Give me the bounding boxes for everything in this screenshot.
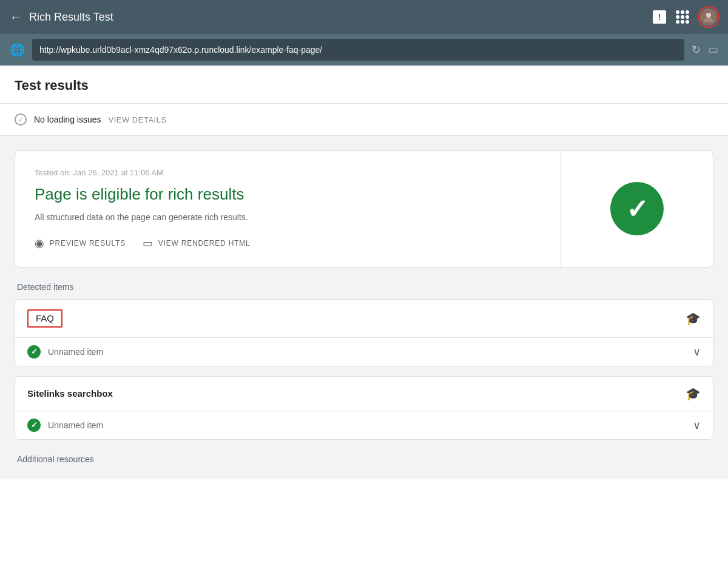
eligible-title: Page is eligible for rich results — [35, 184, 541, 205]
back-icon: ← — [10, 10, 22, 24]
apps-button[interactable] — [676, 10, 689, 24]
header-icons: ! — [653, 7, 718, 27]
faq-learn-more-icon[interactable]: 🎓 — [686, 311, 701, 326]
page-title: Test results — [15, 78, 713, 93]
view-rendered-html-button[interactable]: ▭ VIEW RENDERED HTML — [143, 237, 251, 250]
faq-unnamed-text: Unnamed item — [48, 347, 103, 357]
additional-resources-title: Additional resources — [15, 449, 713, 464]
faq-label-text: FAQ — [36, 313, 54, 323]
mobile-icon: ▭ — [708, 43, 718, 56]
sitelinks-learn-more-icon[interactable]: 🎓 — [686, 386, 701, 401]
status-text: No loading issues — [34, 115, 101, 124]
user-avatar[interactable] — [699, 7, 718, 27]
view-rendered-html-label: VIEW RENDERED HTML — [158, 239, 251, 247]
device-toggle-button[interactable]: ▭ — [708, 43, 718, 56]
tested-on-text: Tested on: Jan 26, 2021 at 11:06 AM — [35, 168, 541, 177]
sitelinks-label-text: Sitelinks searchbox — [27, 388, 113, 399]
reload-button[interactable]: ↻ — [692, 43, 701, 56]
preview-results-label: PREVIEW RESULTS — [50, 239, 126, 247]
result-card: Tested on: Jan 26, 2021 at 11:06 AM Page… — [15, 150, 713, 268]
feedback-icon: ! — [653, 10, 666, 24]
app-title: Rich Results Test — [29, 11, 645, 24]
sitelinks-check-icon: ✓ — [27, 419, 41, 432]
svg-point-0 — [706, 13, 711, 18]
faq-check-icon: ✓ — [27, 345, 41, 359]
faq-detected-card: FAQ 🎓 ✓ Unnamed item ∨ — [15, 299, 713, 366]
sitelinks-detected-card: Sitelinks searchbox 🎓 ✓ Unnamed item ∨ — [15, 376, 713, 440]
view-details-button[interactable]: VIEW DETAILS — [109, 115, 167, 124]
eligible-desc: All structured data on the page can gene… — [35, 212, 541, 222]
content-area: Tested on: Jan 26, 2021 at 11:06 AM Page… — [0, 136, 728, 479]
preview-results-button[interactable]: ◉ PREVIEW RESULTS — [35, 237, 126, 250]
sitelinks-unnamed-text: Unnamed item — [48, 420, 103, 430]
eye-icon: ◉ — [35, 237, 45, 250]
html-icon: ▭ — [143, 237, 153, 250]
reload-icon: ↻ — [692, 43, 701, 56]
faq-unnamed-item-row: ✓ Unnamed item ∨ — [15, 338, 713, 366]
url-actions: ↻ ▭ — [692, 43, 718, 56]
globe-icon: 🌐 — [10, 42, 25, 57]
detected-items-title: Detected items — [15, 282, 713, 292]
result-card-right — [561, 151, 713, 267]
result-card-left: Tested on: Jan 26, 2021 at 11:06 AM Page… — [15, 151, 561, 267]
card-actions: ◉ PREVIEW RESULTS ▭ VIEW RENDERED HTML — [35, 237, 541, 250]
sitelinks-row-left: ✓ Unnamed item — [27, 419, 103, 432]
url-input[interactable] — [32, 39, 684, 61]
status-bar: No loading issues VIEW DETAILS — [0, 104, 728, 136]
faq-expand-button[interactable]: ∨ — [693, 345, 701, 359]
section-title-bar: Test results — [0, 66, 728, 104]
back-button[interactable]: ← — [10, 10, 22, 24]
url-bar: 🌐 ↻ ▭ — [0, 34, 728, 66]
faq-card-header: FAQ 🎓 — [15, 300, 713, 338]
apps-icon — [676, 10, 689, 24]
main-content: Test results No loading issues VIEW DETA… — [0, 66, 728, 569]
sitelinks-card-header: Sitelinks searchbox 🎓 — [15, 377, 713, 411]
feedback-button[interactable]: ! — [653, 10, 666, 24]
sitelinks-expand-button[interactable]: ∨ — [693, 419, 701, 432]
status-icon — [15, 113, 27, 126]
faq-row-left: ✓ Unnamed item — [27, 345, 103, 359]
sitelinks-unnamed-item-row: ✓ Unnamed item ∨ — [15, 411, 713, 439]
success-checkmark — [610, 182, 664, 235]
faq-label-highlighted: FAQ — [27, 309, 62, 328]
app-header: ← Rich Results Test ! — [0, 0, 728, 34]
